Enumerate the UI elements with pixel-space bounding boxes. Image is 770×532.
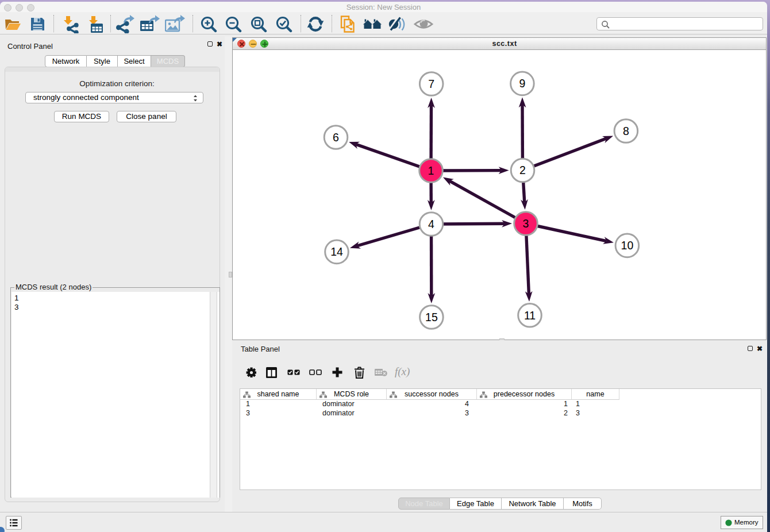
- svg-text:2: 2: [519, 164, 526, 176]
- svg-text:8: 8: [623, 125, 629, 137]
- svg-text:4: 4: [428, 218, 434, 230]
- svg-text:11: 11: [524, 309, 536, 322]
- svg-text:6: 6: [333, 131, 339, 144]
- svg-text:10: 10: [621, 239, 634, 252]
- svg-text:3: 3: [523, 217, 529, 230]
- svg-text:15: 15: [425, 311, 438, 323]
- svg-text:7: 7: [428, 78, 434, 90]
- svg-text:1: 1: [428, 164, 434, 177]
- svg-text:9: 9: [519, 77, 525, 90]
- svg-text:14: 14: [330, 245, 343, 258]
